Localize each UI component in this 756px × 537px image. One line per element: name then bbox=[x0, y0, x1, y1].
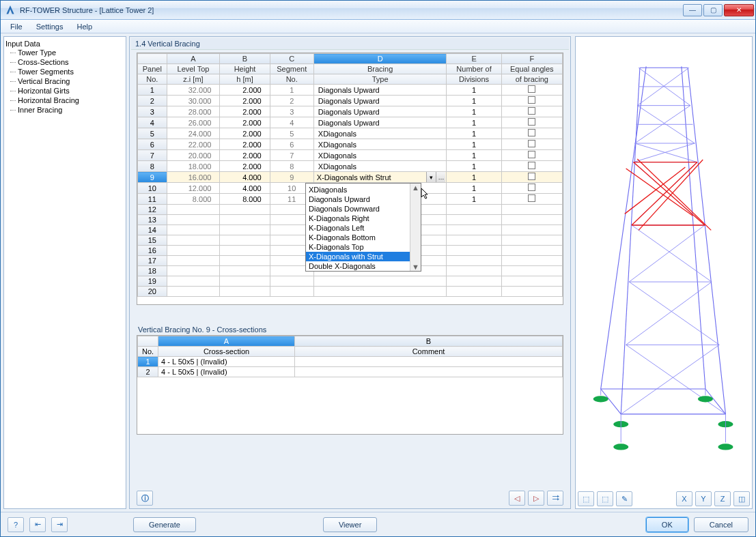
col-F[interactable]: F bbox=[501, 54, 562, 64]
menu-help[interactable]: Help bbox=[70, 21, 99, 32]
minimize-button[interactable]: ― bbox=[683, 4, 702, 16]
view-btn-1[interactable]: ⬚ bbox=[578, 491, 594, 506]
subcol-A[interactable]: A bbox=[158, 336, 295, 347]
table-row[interactable]: 328.0002.0003Diagonals Upward1 bbox=[138, 106, 563, 117]
goto-button[interactable]: ⮆ bbox=[547, 491, 563, 506]
dropdown-arrow-icon[interactable]: ▾ bbox=[426, 172, 436, 182]
ok-button[interactable]: OK bbox=[646, 517, 688, 532]
view-btn-2[interactable]: ⬚ bbox=[597, 491, 613, 506]
tree-root[interactable]: Input Data bbox=[5, 40, 124, 48]
tree-item-inner-bracing[interactable]: Inner Bracing bbox=[5, 105, 124, 115]
dropdown-option[interactable]: XDiagonals bbox=[306, 185, 421, 194]
next-button[interactable]: ▷ bbox=[528, 491, 544, 506]
viewer-button[interactable]: Viewer bbox=[323, 517, 377, 532]
nav-tree[interactable]: Input Data Tower TypeCross-SectionsTower… bbox=[3, 36, 126, 509]
tree-item-tower-type[interactable]: Tower Type bbox=[5, 48, 124, 57]
svg-point-44 bbox=[718, 444, 733, 450]
svg-line-38 bbox=[639, 160, 703, 230]
dropdown-option[interactable]: Diagonals Upward bbox=[306, 194, 421, 204]
equal-angles-checkbox[interactable] bbox=[528, 85, 535, 93]
subsection-title: Vertical Bracing No. 9 - Cross-sections bbox=[137, 324, 563, 335]
section-title: 1.4 Vertical Bracing bbox=[131, 38, 569, 50]
transfer-out-button[interactable]: ⇥ bbox=[51, 517, 68, 532]
tree-item-cross-sections[interactable]: Cross-Sections bbox=[5, 57, 124, 67]
tree-item-tower-segments[interactable]: Tower Segments bbox=[5, 67, 124, 76]
table-row[interactable]: 622.0002.0006XDiagonals1 bbox=[138, 139, 563, 150]
app-icon bbox=[5, 5, 16, 16]
tree-item-horizontal-girts[interactable]: Horizontal Girts bbox=[5, 86, 124, 96]
svg-point-41 bbox=[593, 396, 608, 402]
equal-angles-checkbox[interactable] bbox=[528, 162, 535, 169]
menubar: File Settings Help bbox=[1, 20, 755, 33]
equal-angles-checkbox[interactable] bbox=[528, 107, 535, 115]
prev-button[interactable]: ◁ bbox=[509, 491, 525, 506]
col-C[interactable]: C bbox=[270, 54, 313, 64]
col-B[interactable]: B bbox=[220, 54, 270, 64]
col-A[interactable]: A bbox=[167, 54, 220, 64]
transfer-in-button[interactable]: ⇤ bbox=[29, 517, 46, 532]
view-x-button[interactable]: X bbox=[676, 491, 692, 506]
help-button[interactable]: ? bbox=[8, 517, 24, 532]
table-row[interactable]: 818.0002.0008XDiagonals1 bbox=[138, 161, 563, 172]
dropdown-option[interactable]: K-Diagonals Left bbox=[306, 223, 421, 233]
app-window: RF-TOWER Structure - [Lattice Tower 2] ―… bbox=[0, 0, 756, 537]
dropdown-option[interactable]: Double X-Diagonals bbox=[306, 261, 421, 271]
equal-angles-checkbox[interactable] bbox=[528, 140, 535, 147]
equal-angles-checkbox[interactable] bbox=[528, 129, 535, 136]
svg-point-42 bbox=[698, 396, 713, 402]
equal-angles-checkbox[interactable] bbox=[528, 173, 535, 180]
table-row[interactable]: 524.0002.0005XDiagonals1 bbox=[138, 128, 563, 139]
table-row[interactable]: 230.0002.0002Diagonals Upward1 bbox=[138, 96, 563, 106]
dropdown-option[interactable]: Diagonals Downward bbox=[306, 204, 421, 214]
table-row[interactable]: 426.0002.0004Diagonals Upward1 bbox=[138, 117, 563, 128]
generate-button[interactable]: Generate bbox=[133, 517, 196, 532]
equal-angles-checkbox[interactable] bbox=[528, 184, 535, 191]
menu-file[interactable]: File bbox=[3, 21, 29, 32]
bracing-type-dropdown[interactable]: XDiagonalsDiagonals UpwardDiagonals Down… bbox=[305, 183, 421, 272]
window-title: RF-TOWER Structure - [Lattice Tower 2] bbox=[20, 6, 154, 14]
dropdown-option[interactable]: X-Diagonals with Strut bbox=[306, 252, 421, 261]
view-btn-3[interactable]: ✎ bbox=[616, 491, 632, 506]
preview-panel: ⬚ ⬚ ✎ X Y Z ◫ bbox=[575, 36, 753, 509]
titlebar[interactable]: RF-TOWER Structure - [Lattice Tower 2] ―… bbox=[1, 1, 755, 20]
tree-item-vertical-bracing[interactable]: Vertical Bracing bbox=[5, 76, 124, 86]
tower-3d-view[interactable] bbox=[576, 37, 752, 489]
close-button[interactable]: ✕ bbox=[724, 4, 754, 16]
svg-line-28 bbox=[626, 282, 712, 345]
col-D[interactable]: D bbox=[313, 54, 447, 64]
dropdown-scrollbar[interactable]: ▲▼ bbox=[410, 184, 421, 271]
table-row[interactable]: 20 bbox=[138, 287, 563, 297]
info-button[interactable]: ⓘ bbox=[137, 491, 153, 506]
bracing-type-cell[interactable]: X-Diagonals with Strut▾… bbox=[313, 172, 447, 183]
sub-table-row[interactable]: 24 - L 50x5 | (Invalid) bbox=[138, 367, 563, 377]
svg-line-29 bbox=[626, 345, 726, 414]
dropdown-option[interactable]: K-Diagonals Bottom bbox=[306, 233, 421, 242]
menu-settings[interactable]: Settings bbox=[29, 21, 70, 32]
view-iso-button[interactable]: ◫ bbox=[733, 491, 750, 506]
dropdown-option[interactable]: K-Diagonals Right bbox=[306, 214, 421, 223]
dropdown-option[interactable]: K-Diagonals Top bbox=[306, 242, 421, 252]
view-z-button[interactable]: Z bbox=[714, 491, 731, 506]
center-panel: 1.4 Vertical Bracing ABCDEFPanelLevel To… bbox=[129, 36, 571, 509]
subcol-B[interactable]: B bbox=[295, 336, 563, 347]
col-E[interactable]: E bbox=[447, 54, 501, 64]
svg-line-25 bbox=[632, 225, 712, 282]
equal-angles-checkbox[interactable] bbox=[528, 96, 535, 104]
table-row[interactable]: 916.0004.0009X-Diagonals with Strut▾…1 bbox=[138, 172, 563, 183]
equal-angles-checkbox[interactable] bbox=[528, 151, 535, 158]
main-grid[interactable]: ABCDEFPanelLevel TopHeightSegmentBracing… bbox=[137, 53, 563, 305]
equal-angles-checkbox[interactable] bbox=[528, 194, 535, 202]
equal-angles-checkbox[interactable] bbox=[528, 118, 535, 126]
sub-table-row[interactable]: 14 - L 50x5 | (Invalid) bbox=[138, 357, 563, 367]
svg-point-43 bbox=[613, 444, 628, 450]
table-row[interactable]: 132.0002.0001Diagonals Upward1 bbox=[138, 85, 563, 96]
maximize-button[interactable]: ▢ bbox=[703, 4, 723, 16]
table-row[interactable]: 19 bbox=[138, 276, 563, 287]
svg-line-31 bbox=[634, 162, 705, 225]
dropdown-more-icon[interactable]: … bbox=[436, 172, 445, 182]
view-y-button[interactable]: Y bbox=[695, 491, 712, 506]
cancel-button[interactable]: Cancel bbox=[694, 517, 748, 532]
sub-grid[interactable]: ABNo.Cross-sectionComment14 - L 50x5 | (… bbox=[137, 335, 563, 435]
table-row[interactable]: 720.0002.0007XDiagonals1 bbox=[138, 150, 563, 161]
tree-item-horizontal-bracing[interactable]: Horizontal Bracing bbox=[5, 96, 124, 105]
